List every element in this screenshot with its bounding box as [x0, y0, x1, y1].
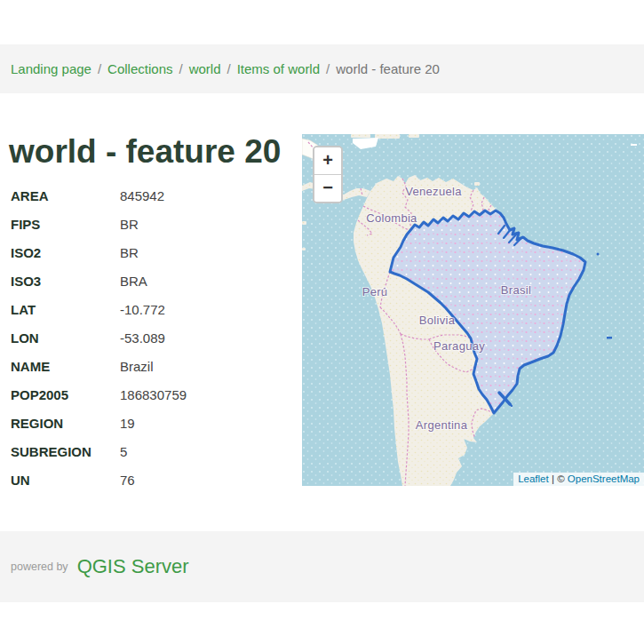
breadcrumb-separator: / [227, 61, 231, 76]
attr-value: 5 [120, 444, 291, 459]
page-title: world - feature 20 [9, 133, 281, 171]
attr-key: SUBREGION [11, 444, 120, 459]
breadcrumb-current-item: world - feature 20 [336, 61, 440, 76]
breadcrumb-link-world[interactable]: world [189, 61, 221, 76]
map-label-bolivia: Bolivia [419, 314, 456, 327]
attr-value: BRA [120, 274, 291, 289]
attr-key: FIPS [11, 217, 120, 232]
openstreetmap-link[interactable]: OpenStreetMap [568, 473, 640, 484]
table-row: REGION19 [11, 409, 291, 437]
map-label-peru: Perú [362, 285, 388, 298]
map-attribution: Leaflet | © OpenStreetMap [513, 473, 644, 486]
island-trinidad [474, 182, 480, 186]
island [375, 134, 400, 139]
map-zoom-control: + − [313, 146, 343, 203]
attr-key: LAT [11, 302, 120, 317]
table-row: FIPSBR [11, 210, 291, 238]
attr-key: AREA [11, 188, 120, 203]
attr-key: LON [11, 330, 120, 346]
zoom-out-button[interactable]: − [314, 175, 341, 202]
attr-value: -53.089 [120, 330, 291, 346]
attr-key: ISO2 [11, 245, 120, 260]
breadcrumb-link-items-of-world[interactable]: Items of world [237, 61, 320, 76]
breadcrumb: Landing page / Collections / world / Ite… [0, 44, 644, 93]
attr-key: ISO3 [11, 274, 120, 289]
feature-attribute-table: AREA845942 FIPSBR ISO2BR ISO3BRA LAT-10.… [11, 181, 291, 494]
attr-value: 76 [120, 473, 291, 488]
island [351, 134, 370, 138]
attribution-divider: | [552, 473, 554, 484]
attr-key: POP2005 [11, 387, 120, 402]
island-offshore [597, 253, 600, 256]
island [631, 144, 637, 146]
table-row: LAT-10.772 [11, 295, 291, 323]
map-label-paraguay: Paraguay [433, 339, 485, 353]
attr-key: UN [11, 473, 120, 488]
footer: powered by QGIS Server [0, 531, 644, 602]
qgis-feature-page: Landing page / Collections / world / Ite… [0, 0, 644, 644]
island [302, 248, 306, 250]
table-row: LON-53.089 [11, 323, 291, 352]
island [302, 221, 306, 225]
map-label-venezuela: Venezuela [405, 185, 462, 198]
island [409, 134, 419, 138]
attr-key: REGION [11, 416, 120, 431]
attr-value: 845942 [120, 188, 291, 203]
island-offshore [607, 337, 612, 339]
leaflet-map[interactable]: Venezuela Colombia Perú Bolivia Paraguay… [302, 134, 644, 486]
leaflet-link[interactable]: Leaflet [518, 473, 549, 484]
map-canvas: Venezuela Colombia Perú Bolivia Paraguay… [302, 134, 644, 486]
breadcrumb-link-landing-page[interactable]: Landing page [11, 61, 91, 76]
table-row: NAMEBrazil [11, 352, 291, 380]
breadcrumb-separator: / [326, 61, 330, 76]
table-row: SUBREGION5 [11, 437, 291, 465]
powered-by-label: powered by [11, 561, 68, 573]
map-label-brasil: Brasil [501, 283, 531, 297]
map-label-colombia: Colombia [366, 211, 417, 225]
attr-value: BR [120, 217, 291, 232]
attr-value: -10.772 [120, 302, 291, 317]
qgis-server-link[interactable]: QGIS Server [77, 555, 189, 578]
breadcrumb-separator: / [98, 61, 101, 76]
attr-key: NAME [11, 359, 120, 374]
table-row: ISO2BR [11, 238, 291, 266]
copyright-symbol: © [557, 473, 564, 484]
attr-value: BR [120, 245, 291, 260]
table-row: UN76 [11, 465, 291, 494]
table-row: AREA845942 [11, 181, 291, 210]
attr-value: Brazil [120, 359, 291, 374]
map-label-argentina: Argentina [416, 418, 468, 432]
breadcrumb-separator: / [179, 61, 182, 76]
attr-value: 19 [120, 416, 291, 431]
table-row: POP2005186830759 [11, 380, 291, 409]
breadcrumb-link-collections[interactable]: Collections [107, 61, 172, 76]
zoom-in-button[interactable]: + [314, 147, 341, 175]
table-row: ISO3BRA [11, 266, 291, 295]
attr-value: 186830759 [120, 387, 291, 402]
